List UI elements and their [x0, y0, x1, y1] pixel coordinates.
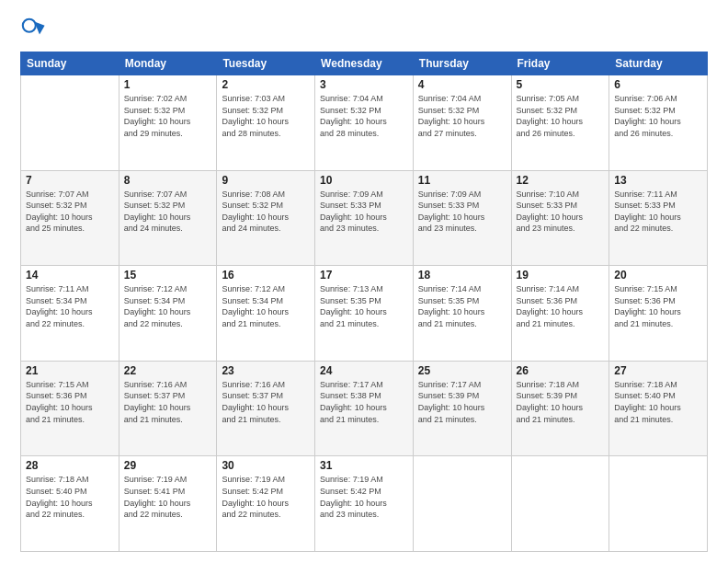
calendar-cell: 6Sunrise: 7:06 AM Sunset: 5:32 PM Daylig… — [609, 75, 708, 171]
day-number: 7 — [26, 174, 114, 187]
calendar-cell: 9Sunrise: 7:08 AM Sunset: 5:32 PM Daylig… — [217, 170, 315, 266]
calendar-cell: 4Sunrise: 7:04 AM Sunset: 5:32 PM Daylig… — [413, 75, 511, 171]
day-number: 22 — [124, 364, 212, 377]
day-number: 27 — [614, 364, 702, 377]
day-number: 13 — [614, 174, 702, 187]
page: SundayMondayTuesdayWednesdayThursdayFrid… — [0, 0, 728, 563]
day-number: 23 — [222, 364, 310, 377]
days-header-row: SundayMondayTuesdayWednesdayThursdayFrid… — [21, 52, 708, 75]
day-info: Sunrise: 7:12 AM Sunset: 5:34 PM Dayligh… — [222, 283, 310, 329]
day-info: Sunrise: 7:09 AM Sunset: 5:33 PM Dayligh… — [418, 189, 506, 235]
calendar-body: 1Sunrise: 7:02 AM Sunset: 5:32 PM Daylig… — [21, 75, 708, 552]
calendar-cell: 28Sunrise: 7:18 AM Sunset: 5:40 PM Dayli… — [21, 456, 119, 552]
day-header-thursday: Thursday — [413, 52, 511, 75]
day-number: 17 — [320, 269, 408, 282]
calendar-cell: 14Sunrise: 7:11 AM Sunset: 5:34 PM Dayli… — [21, 266, 119, 362]
calendar-cell: 30Sunrise: 7:19 AM Sunset: 5:42 PM Dayli… — [217, 456, 315, 552]
calendar-cell: 5Sunrise: 7:05 AM Sunset: 5:32 PM Daylig… — [511, 75, 609, 171]
calendar-cell: 23Sunrise: 7:16 AM Sunset: 5:37 PM Dayli… — [217, 361, 315, 456]
day-number: 21 — [26, 364, 114, 377]
day-info: Sunrise: 7:18 AM Sunset: 5:39 PM Dayligh… — [517, 379, 605, 425]
logo-icon — [20, 17, 46, 42]
day-number: 3 — [320, 78, 408, 91]
svg-point-0 — [23, 19, 36, 32]
day-info: Sunrise: 7:19 AM Sunset: 5:41 PM Dayligh… — [124, 474, 212, 520]
day-info: Sunrise: 7:02 AM Sunset: 5:32 PM Dayligh… — [124, 93, 212, 139]
day-info: Sunrise: 7:14 AM Sunset: 5:35 PM Dayligh… — [418, 283, 506, 329]
day-number: 30 — [222, 459, 310, 472]
day-number: 10 — [320, 174, 408, 187]
day-number: 19 — [517, 269, 605, 282]
day-info: Sunrise: 7:14 AM Sunset: 5:36 PM Dayligh… — [517, 283, 605, 329]
day-header-friday: Friday — [511, 52, 609, 75]
calendar-cell: 12Sunrise: 7:10 AM Sunset: 5:33 PM Dayli… — [511, 170, 609, 266]
calendar-cell: 21Sunrise: 7:15 AM Sunset: 5:36 PM Dayli… — [21, 361, 119, 456]
day-number: 28 — [26, 459, 114, 472]
week-row-4: 21Sunrise: 7:15 AM Sunset: 5:36 PM Dayli… — [21, 361, 708, 456]
week-row-3: 14Sunrise: 7:11 AM Sunset: 5:34 PM Dayli… — [21, 266, 708, 362]
calendar-cell — [21, 75, 119, 171]
day-number: 2 — [222, 78, 310, 91]
day-number: 8 — [124, 174, 212, 187]
day-info: Sunrise: 7:04 AM Sunset: 5:32 PM Dayligh… — [418, 93, 506, 139]
day-number: 5 — [517, 78, 605, 91]
header — [20, 17, 708, 42]
day-info: Sunrise: 7:15 AM Sunset: 5:36 PM Dayligh… — [26, 379, 114, 425]
day-info: Sunrise: 7:17 AM Sunset: 5:39 PM Dayligh… — [418, 379, 506, 425]
calendar-cell: 18Sunrise: 7:14 AM Sunset: 5:35 PM Dayli… — [413, 266, 511, 362]
day-info: Sunrise: 7:10 AM Sunset: 5:33 PM Dayligh… — [517, 189, 605, 235]
day-info: Sunrise: 7:04 AM Sunset: 5:32 PM Dayligh… — [320, 93, 408, 139]
calendar-cell: 31Sunrise: 7:19 AM Sunset: 5:42 PM Dayli… — [315, 456, 414, 552]
day-number: 6 — [614, 78, 702, 91]
calendar-cell: 25Sunrise: 7:17 AM Sunset: 5:39 PM Dayli… — [413, 361, 511, 456]
day-info: Sunrise: 7:15 AM Sunset: 5:36 PM Dayligh… — [614, 283, 702, 329]
day-info: Sunrise: 7:17 AM Sunset: 5:38 PM Dayligh… — [320, 379, 408, 425]
day-info: Sunrise: 7:09 AM Sunset: 5:33 PM Dayligh… — [320, 189, 408, 235]
calendar-cell: 24Sunrise: 7:17 AM Sunset: 5:38 PM Dayli… — [315, 361, 414, 456]
day-info: Sunrise: 7:08 AM Sunset: 5:32 PM Dayligh… — [222, 189, 310, 235]
calendar-cell: 10Sunrise: 7:09 AM Sunset: 5:33 PM Dayli… — [315, 170, 414, 266]
day-info: Sunrise: 7:11 AM Sunset: 5:34 PM Dayligh… — [26, 283, 114, 329]
calendar-cell: 15Sunrise: 7:12 AM Sunset: 5:34 PM Dayli… — [119, 266, 217, 362]
day-number: 31 — [320, 459, 408, 472]
calendar-cell: 29Sunrise: 7:19 AM Sunset: 5:41 PM Dayli… — [119, 456, 217, 552]
calendar-header: SundayMondayTuesdayWednesdayThursdayFrid… — [21, 52, 708, 75]
day-number: 15 — [124, 269, 212, 282]
calendar-cell — [609, 456, 708, 552]
calendar-cell: 20Sunrise: 7:15 AM Sunset: 5:36 PM Dayli… — [609, 266, 708, 362]
calendar-cell: 19Sunrise: 7:14 AM Sunset: 5:36 PM Dayli… — [511, 266, 609, 362]
day-info: Sunrise: 7:19 AM Sunset: 5:42 PM Dayligh… — [320, 474, 408, 520]
day-number: 29 — [124, 459, 212, 472]
day-info: Sunrise: 7:12 AM Sunset: 5:34 PM Dayligh… — [124, 283, 212, 329]
day-header-tuesday: Tuesday — [217, 52, 315, 75]
day-header-saturday: Saturday — [609, 52, 708, 75]
calendar-cell — [511, 456, 609, 552]
calendar-cell: 16Sunrise: 7:12 AM Sunset: 5:34 PM Dayli… — [217, 266, 315, 362]
day-info: Sunrise: 7:05 AM Sunset: 5:32 PM Dayligh… — [517, 93, 605, 139]
day-number: 4 — [418, 78, 506, 91]
day-info: Sunrise: 7:07 AM Sunset: 5:32 PM Dayligh… — [26, 189, 114, 235]
day-number: 16 — [222, 269, 310, 282]
day-number: 18 — [418, 269, 506, 282]
calendar-cell — [413, 456, 511, 552]
day-number: 11 — [418, 174, 506, 187]
calendar-cell: 22Sunrise: 7:16 AM Sunset: 5:37 PM Dayli… — [119, 361, 217, 456]
day-info: Sunrise: 7:19 AM Sunset: 5:42 PM Dayligh… — [222, 474, 310, 520]
day-info: Sunrise: 7:16 AM Sunset: 5:37 PM Dayligh… — [124, 379, 212, 425]
day-info: Sunrise: 7:06 AM Sunset: 5:32 PM Dayligh… — [614, 93, 702, 139]
day-info: Sunrise: 7:07 AM Sunset: 5:32 PM Dayligh… — [124, 189, 212, 235]
calendar-cell: 27Sunrise: 7:18 AM Sunset: 5:40 PM Dayli… — [609, 361, 708, 456]
calendar-cell: 17Sunrise: 7:13 AM Sunset: 5:35 PM Dayli… — [315, 266, 414, 362]
day-info: Sunrise: 7:16 AM Sunset: 5:37 PM Dayligh… — [222, 379, 310, 425]
week-row-2: 7Sunrise: 7:07 AM Sunset: 5:32 PM Daylig… — [21, 170, 708, 266]
day-info: Sunrise: 7:18 AM Sunset: 5:40 PM Dayligh… — [26, 474, 114, 520]
calendar-table: SundayMondayTuesdayWednesdayThursdayFrid… — [20, 52, 708, 552]
day-header-wednesday: Wednesday — [315, 52, 414, 75]
logo — [20, 17, 50, 42]
day-number: 1 — [124, 78, 212, 91]
calendar-cell: 26Sunrise: 7:18 AM Sunset: 5:39 PM Dayli… — [511, 361, 609, 456]
calendar-cell: 11Sunrise: 7:09 AM Sunset: 5:33 PM Dayli… — [413, 170, 511, 266]
day-number: 25 — [418, 364, 506, 377]
day-number: 26 — [517, 364, 605, 377]
day-info: Sunrise: 7:18 AM Sunset: 5:40 PM Dayligh… — [614, 379, 702, 425]
